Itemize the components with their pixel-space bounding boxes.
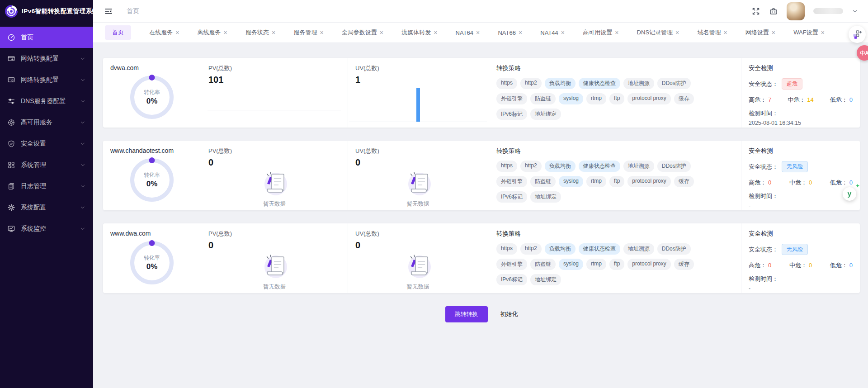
tab-label: 服务管理 [293,28,317,37]
strategy-tag: 防盗链 [530,176,556,187]
empty-state: 暂无数据 [201,170,348,208]
tab-10[interactable]: 高可用设置× [583,28,618,37]
tab-1[interactable]: 在线服务× [149,28,179,37]
tab-7[interactable]: NAT64× [456,29,480,36]
close-icon[interactable]: × [272,29,275,36]
domain-card: www.dwa.com 转化率 0% PV(总数) 0 暂无数据 UV(总数) … [103,223,860,293]
domain-name: dvwa.com [110,64,193,71]
pv-chart: 暂无数据 [201,250,348,293]
strategy-tag: 地址绑定 [530,274,561,285]
sidebar-item-label: 高可用服务 [21,118,80,127]
widget-panel-button[interactable] [849,26,866,43]
strategy-tag: ftp [609,176,624,187]
strategy-tag: 外链引擎 [496,259,527,270]
site-convert-icon [7,55,15,63]
strategy-tag: protocol proxy [627,259,670,270]
strategy-tag: 外链引擎 [496,93,527,104]
security-column: 安全检测 安全状态： 无风险 高危：0 中危：0 低危：0 检测时间： - [741,141,860,210]
tab-8[interactable]: NAT66× [498,29,522,36]
strategy-tag: 地址溯源 [623,243,654,255]
breadcrumb[interactable]: 首页 [127,7,139,15]
tab-11[interactable]: DNS记录管理× [637,28,679,37]
tab-9[interactable]: NAT44× [540,29,565,36]
content: dvwa.com 转化率 0% PV(总数) 101 UV(总数) 1 转换策略… [93,43,868,388]
sidebar-item-6[interactable]: 系统管理 [0,154,93,175]
tab-label: 域名管理 [697,28,721,37]
tab-14[interactable]: WAF设置× [793,28,825,37]
sidebar-item-8[interactable]: 系统配置 [0,197,93,218]
sidebar-item-4[interactable]: 高可用服务 [0,112,93,133]
domain-column: dvwa.com 转化率 0% [103,58,201,128]
empty-caption: 暂无数据 [201,283,348,291]
strategy-tags: httpshttp2负载均衡健康状态检查地址溯源DDos防护外链引擎防盗链sys… [496,161,725,207]
chevron-down-icon[interactable] [852,8,858,14]
security-column: 安全检测 安全状态： 无风险 高危：0 中危：0 低危：0 检测时间： - [741,223,860,293]
tab-13[interactable]: 网络设置× [745,28,775,37]
pv-value: 101 [208,75,340,85]
sidebar-item-2[interactable]: 网络转换配置 [0,69,93,90]
strategy-tag: IPv6标记 [496,274,527,285]
strategy-column: 转换策略 httpshttp2负载均衡健康状态检查地址溯源DDos防护外链引擎防… [488,223,741,293]
close-icon[interactable]: × [561,29,565,36]
init-button[interactable]: 初始化 [500,310,518,318]
tab-label: WAF设置 [793,28,818,37]
tab-6[interactable]: 流媒体转发× [401,28,437,37]
close-icon[interactable]: × [175,29,179,36]
chevron-down-icon [80,141,86,147]
strategy-tag: DDos防护 [657,243,691,255]
gauge-icon [7,33,15,42]
security-title: 安全检测 [749,230,853,238]
sidebar-item-3[interactable]: DNS服务器配置 [0,90,93,112]
tab-12[interactable]: 域名管理× [697,28,727,37]
chevron-down-icon [80,56,86,62]
gear-circle-icon [7,118,15,127]
tab-label: 高可用设置 [583,28,612,37]
close-icon[interactable]: × [224,29,227,36]
tab-4[interactable]: 服务管理× [293,28,323,37]
close-icon[interactable]: × [519,29,522,36]
close-icon[interactable]: × [380,29,383,36]
close-icon[interactable]: × [434,29,437,36]
strategy-tag: 外链引擎 [496,176,527,187]
tab-label: 网络设置 [745,28,769,37]
uv-value: 1 [355,75,481,85]
close-icon[interactable]: × [320,29,323,36]
sidebar-item-1[interactable]: 网站转换配置 [0,48,93,69]
jump-convert-button[interactable]: 跳转转换 [445,306,488,322]
sidebar-item-9[interactable]: 系统监控 [0,218,93,239]
strategy-tag: protocol proxy [627,176,670,187]
pv-column: PV(总数) 101 [201,58,348,128]
close-icon[interactable]: × [476,29,480,36]
security-status-badge: 超危 [782,78,802,90]
close-icon[interactable]: × [772,29,775,36]
docs-icon [7,182,15,190]
pv-column: PV(总数) 0 暂无数据 [201,223,348,293]
sidebar-item-7[interactable]: 日志管理 [0,175,93,197]
menu-fold-icon[interactable] [104,7,113,16]
tab-0[interactable]: 首页 [105,25,131,40]
fullscreen-icon[interactable] [751,7,760,16]
sidebar-item-0[interactable]: 首页 [0,27,93,48]
tab-5[interactable]: 全局参数设置× [342,28,383,37]
user-avatar[interactable] [787,2,805,20]
strategy-tag: 防盗链 [530,259,556,270]
high-risk-count: 高危：0 [749,261,771,270]
close-icon[interactable]: × [821,29,825,36]
mid-risk-count: 中危：14 [788,96,813,104]
gauge-value: 0% [146,97,158,106]
shield-icon [7,140,15,148]
strategy-tag: 防盗链 [530,93,556,104]
assistant-button[interactable]: y ✦ [843,187,856,201]
strategy-tag: IPv6标记 [496,191,527,203]
widgets-icon [852,29,862,39]
close-icon[interactable]: × [723,29,727,36]
chevron-down-icon [80,119,86,126]
close-icon[interactable]: × [675,29,679,36]
briefcase-icon[interactable] [769,7,778,16]
tab-3[interactable]: 服务状态× [245,28,275,37]
tab-2[interactable]: 离线服务× [198,28,227,37]
sidebar-item-5[interactable]: 安全设置 [0,133,93,154]
strategy-tag: 地址溯源 [623,78,654,89]
close-icon[interactable]: × [615,29,618,36]
empty-state: 暂无数据 [348,170,488,208]
